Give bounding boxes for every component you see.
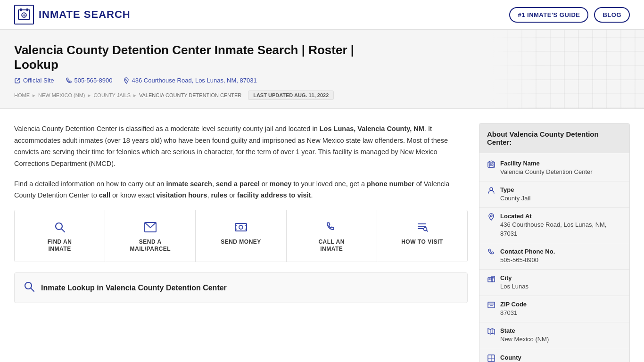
para2-mid: or <box>260 180 270 188</box>
sidebar-facility-value: Valencia County Detention Center <box>500 168 593 176</box>
blog-button[interactable]: BLOG <box>594 7 630 23</box>
hero-section: Valencia County Detention Center Inmate … <box>0 30 644 109</box>
sidebar-zip-label: ZIP Code <box>500 301 527 308</box>
sidebar-phone-value: 505-565-8900 <box>500 256 555 264</box>
svg-rect-2 <box>26 8 28 11</box>
city-icon <box>487 275 495 284</box>
para2-bold3: money <box>270 180 292 188</box>
send-mail-label: SEND AMAIL/PARCEL <box>130 239 171 253</box>
sidebar-type-label: Type <box>500 186 530 193</box>
content-left: Valencia County Detention Center is clas… <box>14 123 468 362</box>
how-to-visit-label: HOW TO VISIT <box>401 239 443 246</box>
para2-bold4: phone number <box>367 180 414 188</box>
para2-end: . <box>311 191 313 199</box>
para2-bold2: send a parcel <box>216 180 260 188</box>
description-para1: Valencia County Detention Center is clas… <box>14 123 468 170</box>
para2-bold5: call <box>99 191 110 199</box>
call-icon <box>326 221 337 234</box>
sidebar-county-content: County Valencia County <box>500 354 545 362</box>
search-icon <box>54 221 66 234</box>
building-icon <box>487 160 495 170</box>
logo-text: INMATE SEARCH <box>39 8 131 21</box>
sidebar-row-phone: Contact Phone No. 505-565-8900 <box>479 243 629 270</box>
para2-bold6: visitation hours <box>156 191 207 199</box>
main-content: Valencia County Detention Center is clas… <box>0 109 644 362</box>
svg-marker-39 <box>488 329 495 334</box>
breadcrumb-state[interactable]: NEW MEXICO (NM) <box>38 92 85 98</box>
address-link: 436 Courthouse Road, Los Lunas, NM, 8703… <box>124 77 256 84</box>
action-card-find-inmate[interactable]: FIND ANINMATE <box>15 210 105 262</box>
location-icon <box>124 77 129 84</box>
sidebar-state-value: New Mexico (NM) <box>500 335 549 344</box>
mail-icon <box>144 221 157 234</box>
sidebar-type-content: Type County Jail <box>500 186 530 203</box>
svg-rect-33 <box>489 279 490 280</box>
call-inmate-label: CALL ANINMATE <box>318 239 345 253</box>
official-site-link[interactable]: Official Site <box>14 77 54 84</box>
sidebar-city-content: City Los Lunas <box>500 274 528 291</box>
svg-rect-24 <box>489 164 491 165</box>
sidebar-county-label: County <box>500 354 545 361</box>
sidebar-row-facility: Facility Name Valencia County Detention … <box>479 155 629 181</box>
para2-bold7: rules <box>211 191 227 199</box>
breadcrumb-current: VALENCIA COUNTY DETENTION CENTER <box>139 92 241 98</box>
sidebar-city-label: City <box>500 274 528 281</box>
para2-mid4: or know exact <box>110 191 157 199</box>
sidebar-city-value: Los Lunas <box>500 282 528 291</box>
sidebar-row-city: City Los Lunas <box>479 270 629 296</box>
sidebar-zip-content: ZIP Code 87031 <box>500 301 527 317</box>
link-icon <box>14 77 21 84</box>
phone-link[interactable]: 505-565-8900 <box>66 77 113 84</box>
sidebar-zip-value: 87031 <box>500 309 527 317</box>
svg-line-20 <box>427 230 428 231</box>
money-icon <box>235 221 247 234</box>
guide-button[interactable]: #1 INMATE'S GUIDE <box>509 7 588 23</box>
action-card-send-mail[interactable]: SEND AMAIL/PARCEL <box>105 210 196 262</box>
lookup-search-icon <box>24 281 34 294</box>
svg-rect-35 <box>493 277 494 278</box>
sidebar-located-content: Located At 436 Courthouse Road, Los Luna… <box>500 213 622 238</box>
sidebar-state-content: State New Mexico (NM) <box>500 327 549 344</box>
map-icon <box>487 328 495 337</box>
last-updated-badge: LAST UPDATED AUG. 11, 2022 <box>248 90 334 100</box>
para2-bold8: facility address to visit <box>237 191 311 199</box>
svg-rect-25 <box>492 164 493 165</box>
action-card-send-money[interactable]: SEND MONEY <box>196 210 286 262</box>
svg-rect-10 <box>235 223 247 231</box>
phone-icon <box>66 77 72 84</box>
sidebar-type-value: County Jail <box>500 194 530 203</box>
action-cards: FIND ANINMATE SEND AMAIL/PARCEL <box>14 210 468 262</box>
phone-anchor[interactable]: 505-565-8900 <box>74 77 113 84</box>
breadcrumb-category[interactable]: COUNTY JAILS <box>93 92 131 98</box>
para2-bold1: inmate search <box>166 180 212 188</box>
action-card-call-inmate[interactable]: CALL ANINMATE <box>287 210 377 262</box>
breadcrumb-home[interactable]: HOME <box>14 92 30 98</box>
sidebar-phone-icon <box>487 248 495 258</box>
sidebar-phone-label: Contact Phone No. <box>500 248 555 255</box>
svg-point-6 <box>126 79 127 80</box>
site-header: INMATE SEARCH #1 INMATE'S GUIDE BLOG <box>0 0 644 30</box>
para2-sep1: , <box>212 180 216 188</box>
official-site-anchor[interactable]: Official Site <box>23 77 54 84</box>
para1-start: Valencia County Detention Center is clas… <box>14 125 320 132</box>
zip-icon <box>487 301 495 311</box>
logo-svg <box>17 8 31 21</box>
sep1: ► <box>32 93 36 98</box>
send-money-label: SEND MONEY <box>221 239 261 246</box>
sidebar-row-located: Located At 436 Courthouse Road, Los Luna… <box>479 208 629 243</box>
sidebar-facility-label: Facility Name <box>500 160 593 167</box>
sidebar: About Valencia County Detention Center: <box>479 123 630 362</box>
visit-icon <box>416 221 428 234</box>
sidebar-row-state: State New Mexico (NM) <box>479 322 629 349</box>
lookup-teaser[interactable]: Inmate Lookup in Valencia County Detenti… <box>14 272 468 303</box>
sidebar-located-label: Located At <box>500 213 622 220</box>
site-logo[interactable]: INMATE SEARCH <box>14 5 131 25</box>
logo-icon <box>14 5 34 25</box>
para1-bold1: Los Lunas, Valencia County, NM <box>320 125 424 132</box>
sidebar-row-type: Type County Jail <box>479 181 629 208</box>
action-card-how-to-visit[interactable]: HOW TO VISIT <box>377 210 467 262</box>
svg-line-22 <box>31 288 34 292</box>
svg-rect-34 <box>491 279 492 280</box>
svg-point-30 <box>490 215 492 217</box>
svg-point-29 <box>490 188 493 190</box>
